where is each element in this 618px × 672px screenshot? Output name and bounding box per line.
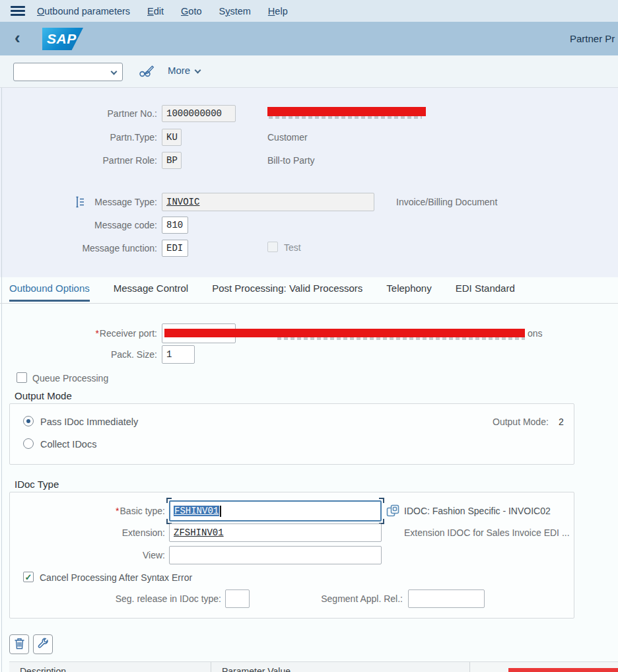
- pass-idoc-immediately-label: Pass IDoc Immediately: [40, 417, 138, 427]
- menu-help[interactable]: Help: [268, 6, 288, 17]
- view-label: View:: [40, 546, 165, 564]
- partner-role-desc: Bill-to Party: [267, 152, 315, 169]
- redaction-bar-partner-desc: [267, 107, 426, 116]
- message-function-field[interactable]: EDI: [162, 240, 188, 257]
- menu-bar: Outbound parameters Edit Goto System Hel…: [0, 0, 618, 22]
- basic-type-desc: IDOC: Fashion Specific - INVOIC02: [404, 500, 551, 521]
- output-mode-heading: Output Mode: [15, 390, 72, 401]
- message-code-label: Message code:: [26, 217, 157, 234]
- tab-edi-standard[interactable]: EDI Standard: [456, 277, 515, 300]
- pack-size-field[interactable]: 1: [162, 345, 195, 364]
- tab-strip-divider: [0, 303, 618, 304]
- chevron-down-icon: [111, 69, 118, 75]
- message-code-field[interactable]: 810: [162, 217, 188, 234]
- partner-no-field[interactable]: 1000000000: [162, 105, 236, 122]
- seg-release-label: Seg. release in IDoc type:: [89, 589, 221, 608]
- test-checkbox-label: Test: [284, 242, 301, 253]
- menu-system[interactable]: System: [219, 6, 251, 17]
- extension-field[interactable]: ZFSHINV01: [169, 523, 382, 542]
- hamburger-menu-icon[interactable]: [11, 6, 25, 16]
- text-cursor: [220, 506, 221, 517]
- queue-processing-checkbox[interactable]: [17, 372, 27, 383]
- message-function-label: Message function:: [26, 240, 157, 257]
- redacted-text-remnant: [277, 337, 525, 340]
- partn-type-desc: Customer: [267, 129, 308, 146]
- basic-type-field[interactable]: FSHINV01: [169, 500, 382, 521]
- sap-logo: SAP: [42, 28, 83, 50]
- left-edge-divider: [1, 88, 2, 672]
- title-bar: ‹ SAP Partner Pr: [0, 22, 618, 55]
- menu-edit[interactable]: Edit: [147, 6, 164, 17]
- value-help-icon[interactable]: [386, 504, 400, 520]
- partner-role-label: Partner Role:: [26, 152, 157, 169]
- message-type-label: Message Type:: [26, 193, 157, 211]
- partner-no-label: Partner No.:: [26, 105, 157, 122]
- redacted-text-remnant: [269, 116, 422, 119]
- output-mode-value-label: Output Mode:: [493, 417, 549, 427]
- idoc-type-heading: IDoc Type: [15, 479, 59, 490]
- output-mode-value: 2: [559, 417, 564, 427]
- partn-type-field[interactable]: KU: [162, 129, 182, 146]
- command-field[interactable]: [13, 63, 123, 81]
- tab-message-control[interactable]: Message Control: [114, 277, 188, 300]
- trash-icon: [14, 638, 25, 652]
- menu-goto[interactable]: Goto: [181, 6, 201, 17]
- menu-outbound-parameters[interactable]: Outbound parameters: [37, 6, 130, 17]
- display-change-icon[interactable]: [139, 64, 154, 81]
- basic-type-label: *Basic type:: [40, 500, 165, 521]
- application-toolbar: More: [0, 55, 618, 88]
- focus-corner: [379, 498, 384, 503]
- delete-button[interactable]: [9, 634, 29, 654]
- redaction-bar-receiver-port: [164, 329, 525, 337]
- tab-strip: Outbound Options Message Control Post Pr…: [0, 277, 618, 304]
- tab-outbound-options[interactable]: Outbound Options: [9, 277, 90, 302]
- page-title: Partner Pr: [570, 33, 618, 44]
- output-mode-group: [9, 403, 574, 465]
- extension-desc: Extension IDOC for Sales Invoice EDI ...: [404, 523, 570, 542]
- cancel-processing-checkbox[interactable]: ✓: [23, 572, 34, 582]
- chevron-down-icon: [195, 67, 201, 74]
- receiver-port-desc-fragment: ons: [528, 323, 543, 343]
- message-type-field[interactable]: INVOIC: [162, 193, 374, 211]
- message-type-desc: Invoice/Billing Document: [396, 193, 497, 211]
- extension-label: Extension:: [40, 523, 165, 542]
- receiver-port-label: *Receiver port:: [26, 323, 157, 343]
- segment-appl-rel-field[interactable]: [408, 589, 485, 608]
- sap-gui-window: Outbound parameters Edit Goto System Hel…: [0, 0, 618, 672]
- settings-button[interactable]: [33, 634, 53, 654]
- segment-appl-rel-label: Segment Appl. Rel.:: [304, 589, 403, 608]
- pass-idoc-immediately-radio[interactable]: [23, 416, 34, 426]
- tab-post-processing[interactable]: Post Processing: Valid Processors: [212, 277, 362, 300]
- partn-type-label: Partn.Type:: [26, 129, 157, 146]
- cancel-processing-label: Cancel Processing After Syntax Error: [40, 572, 192, 583]
- seg-release-field[interactable]: [225, 589, 250, 608]
- collect-idocs-label: Collect IDocs: [40, 439, 96, 450]
- pack-size-label: Pack. Size:: [26, 345, 157, 364]
- column-header-parameter-value: Parameter Value: [211, 662, 470, 672]
- wrench-icon: [38, 638, 49, 651]
- partner-role-field[interactable]: BP: [162, 152, 182, 169]
- tab-telephony[interactable]: Telephony: [386, 277, 431, 300]
- more-menu[interactable]: More: [168, 65, 200, 76]
- redaction-bar-bottom: [508, 668, 618, 672]
- test-checkbox: [267, 242, 278, 252]
- back-icon[interactable]: ‹: [15, 28, 20, 47]
- column-header-description: Description: [9, 662, 211, 672]
- view-field[interactable]: [169, 546, 382, 564]
- collect-idocs-radio[interactable]: [23, 438, 34, 449]
- queue-processing-label: Queue Processing: [32, 373, 108, 384]
- focus-corner: [166, 498, 172, 503]
